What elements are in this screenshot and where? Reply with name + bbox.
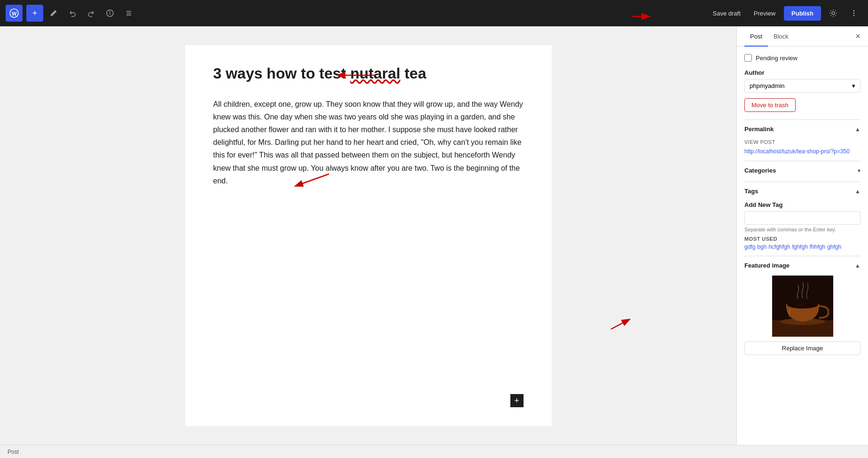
permalink-title: Permalink (744, 126, 774, 133)
permalink-link[interactable]: http://localhost/luzuk/tea-shop-pro/?p=3… (744, 148, 850, 155)
sidebar: Post Block × Pending review Author phpmy… (736, 26, 868, 445)
tab-post[interactable]: Post (744, 26, 768, 47)
replace-image-button[interactable]: Replace Image (744, 341, 860, 355)
tag-link-3[interactable]: fghfgh (792, 244, 807, 250)
pending-review-row: Pending review (744, 54, 860, 62)
tag-links: gdfg bgh hcfghfgh fghfgh fhhfgh ghfgh (744, 244, 860, 250)
featured-image-container (744, 276, 860, 337)
redo-button[interactable] (83, 5, 100, 22)
featured-image-chevron-icon: ▲ (855, 262, 860, 269)
post-body[interactable]: All children, except one, grow up. They … (213, 98, 524, 187)
featured-image[interactable] (772, 276, 833, 337)
author-value: phpmyadmin (750, 82, 784, 89)
svg-text:W: W (12, 11, 17, 16)
tags-section: Tags ▲ Add New Tag Separate with commas … (744, 182, 860, 256)
sidebar-tabs: Post Block × (737, 26, 868, 47)
move-to-trash-button[interactable]: Move to trash (744, 98, 796, 112)
svg-point-11 (853, 15, 855, 16)
add-block-button[interactable]: + (26, 5, 43, 22)
author-select[interactable]: phpmyadmin ▾ (744, 79, 860, 93)
svg-point-21 (796, 303, 805, 306)
status-bar: Post (0, 445, 868, 458)
svg-point-4 (110, 12, 110, 12)
editor-content: 3 ways how to test nutaral tea All child… (185, 45, 552, 426)
tags-content: Add New Tag Separate with commas or the … (744, 201, 860, 250)
view-post-label: VIEW POST (744, 139, 860, 145)
author-chevron-icon: ▾ (852, 82, 855, 89)
main-layout: 3 ways how to test nutaral tea All child… (0, 26, 868, 445)
tag-input[interactable] (744, 211, 860, 225)
categories-chevron-icon: ▾ (858, 167, 860, 174)
more-options-button[interactable] (845, 5, 862, 22)
most-used-label: MOST USED (744, 236, 860, 242)
status-label: Post (8, 449, 19, 455)
tag-link-2[interactable]: hcfghfgh (768, 244, 790, 250)
sidebar-body: Pending review Author phpmyadmin ▾ Move … (737, 47, 868, 445)
wp-logo: W (6, 5, 23, 22)
svg-point-10 (853, 13, 855, 14)
permalink-header[interactable]: Permalink ▲ (744, 126, 860, 134)
post-title[interactable]: 3 ways how to test nutaral tea (213, 64, 524, 84)
editor-area: 3 ways how to test nutaral tea All child… (0, 26, 736, 445)
preview-button[interactable]: Preview (749, 7, 780, 20)
permalink-content: VIEW POST http://localhost/luzuk/tea-sho… (744, 139, 860, 155)
tag-link-1[interactable]: bgh (757, 244, 766, 250)
typo-word: nutaral (350, 65, 400, 82)
svg-point-8 (832, 12, 835, 15)
tag-link-4[interactable]: fhhfgh (810, 244, 825, 250)
tag-link-0[interactable]: gdfg (744, 244, 755, 250)
tags-title: Tags (744, 188, 758, 195)
undo-button[interactable] (64, 5, 81, 22)
tags-header[interactable]: Tags ▲ (744, 188, 860, 197)
tab-block[interactable]: Block (768, 26, 794, 47)
featured-image-content: Replace Image (744, 276, 860, 355)
tags-chevron-icon: ▲ (855, 188, 860, 195)
save-draft-button[interactable]: Save draft (708, 7, 745, 20)
list-view-button[interactable] (120, 5, 137, 22)
pending-review-label: Pending review (756, 55, 798, 62)
add-new-tag-label: Add New Tag (744, 201, 860, 208)
featured-image-section: Featured image ▲ (744, 256, 860, 361)
publish-button[interactable]: Publish (784, 6, 821, 21)
permalink-chevron-icon: ▲ (855, 126, 860, 133)
tag-hint: Separate with commas or the Enter key. (744, 227, 860, 232)
svg-line-16 (611, 320, 629, 329)
featured-image-title: Featured image (744, 262, 790, 269)
add-block-inline-button[interactable]: + (510, 394, 524, 407)
pending-review-checkbox[interactable] (744, 54, 752, 62)
edit-icon-button[interactable] (45, 5, 62, 22)
toolbar-right: Save draft Preview Publish (708, 5, 862, 22)
close-sidebar-button[interactable]: × (855, 26, 860, 46)
svg-point-9 (853, 10, 855, 12)
tag-link-5[interactable]: ghfgh (827, 244, 841, 250)
author-label: Author (744, 69, 860, 76)
toolbar: W + Save draft Preview Publish (0, 0, 868, 26)
info-button[interactable] (102, 5, 118, 22)
categories-header[interactable]: Categories ▾ (744, 167, 860, 176)
permalink-section: Permalink ▲ VIEW POST http://localhost/l… (744, 119, 860, 161)
categories-title: Categories (744, 167, 776, 174)
settings-button[interactable] (825, 5, 842, 22)
featured-image-header[interactable]: Featured image ▲ (744, 262, 860, 271)
categories-section: Categories ▾ (744, 161, 860, 182)
